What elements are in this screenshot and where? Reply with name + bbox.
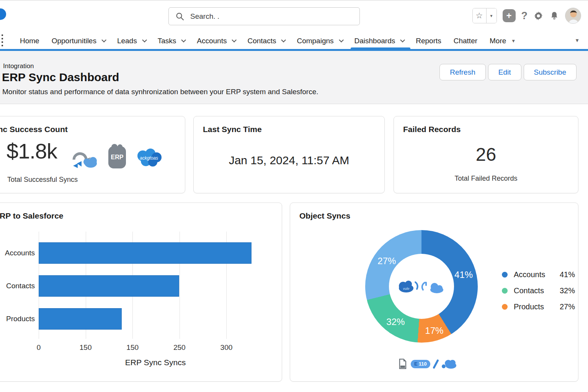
- refresh-button[interactable]: Refresh: [439, 64, 486, 80]
- kpi-card-sync-success: Sync Success Count $1.8k ERP ack: [0, 116, 185, 193]
- global-actions-button[interactable]: +: [503, 9, 516, 22]
- slash-icon: [433, 359, 439, 369]
- nav-tab-reports[interactable]: Reports: [416, 31, 441, 51]
- nav-tab-accounts[interactable]: Accounts: [197, 31, 235, 51]
- page-subtitle: Monitor status and performance of data s…: [2, 88, 318, 96]
- kpi-card-last-sync: Last Sync Time Jan 15, 2024, 11:57 AM: [193, 116, 385, 193]
- card-title: Last Sync Time: [203, 125, 262, 134]
- search-placeholder: Search. .: [190, 12, 219, 21]
- page-title: ERP Sync Dashboard: [2, 71, 119, 84]
- y-category-label: Products: [0, 315, 35, 323]
- bar-chart-plot: [39, 232, 272, 339]
- search-icon: [176, 12, 184, 21]
- kpi-value: $1.8k: [7, 139, 57, 163]
- x-tick-label: 150: [126, 343, 139, 352]
- nav-tab-opportunities[interactable]: Opportunitiles: [52, 31, 105, 51]
- chart-legend: Accounts 41% Contacts 32% Products 27%: [502, 266, 575, 315]
- document-icon: [399, 359, 407, 369]
- favorites-dropdown-icon[interactable]: ▼: [487, 8, 497, 23]
- legend-item-contacts: Contacts 32%: [502, 283, 575, 299]
- badge-110: E 110: [411, 360, 430, 368]
- nav-tab-chatter[interactable]: Chatter: [454, 31, 477, 51]
- donut-segment-label: 27%: [377, 256, 396, 266]
- chevron-down-icon: [339, 38, 344, 42]
- legend-label: Products: [514, 302, 554, 311]
- chevron-down-icon: [400, 38, 405, 42]
- kpi-caption: Total Failed Records: [394, 175, 578, 183]
- nav-overflow-icon[interactable]: ▼: [575, 38, 580, 43]
- legend-dot: [502, 304, 508, 310]
- app-launcher-icon[interactable]: [2, 34, 3, 46]
- donut-segment-label: 32%: [386, 317, 405, 327]
- legend-label: Contacts: [514, 286, 554, 295]
- sync-arrows-cloud-icon: [69, 147, 100, 168]
- triangle-down-icon: ▼: [511, 38, 516, 44]
- nav-tab-tasks[interactable]: Tasks: [158, 31, 185, 51]
- card-title: ERP to Salesforce: [0, 211, 64, 220]
- y-category-label: Contacts: [0, 282, 35, 290]
- star-icon[interactable]: ☆: [473, 8, 487, 23]
- app-logo[interactable]: [0, 8, 6, 20]
- nav-tab-more[interactable]: More▼: [490, 31, 516, 51]
- cloud-sync-icon: vule: [399, 281, 443, 293]
- donut-segment-label: 17%: [425, 325, 443, 336]
- erp-to-salesforce-chart-card: ERP to Salesforce AccountsContactsProduc…: [0, 203, 282, 382]
- small-cloud-icon: [441, 359, 457, 369]
- x-tick-label: 0: [37, 343, 41, 352]
- card-title: Sync Success Count: [0, 125, 68, 134]
- breadcrumb: Intogration: [3, 62, 34, 70]
- nav-tab-campaigns[interactable]: Compaigns: [297, 31, 342, 51]
- bar-contacts[interactable]: [39, 275, 179, 297]
- legend-value: 32%: [554, 286, 575, 295]
- legend-item-accounts: Accounts 41%: [502, 266, 575, 283]
- nav-tab-contacts[interactable]: Contacts: [247, 31, 284, 51]
- kpi-caption: Total Successful Syncs: [7, 176, 78, 184]
- card-title: Object Syncs: [299, 211, 350, 220]
- user-avatar[interactable]: [565, 8, 581, 24]
- salesforce-cloud-icon: ackgtoas: [134, 147, 163, 167]
- help-icon[interactable]: ?: [521, 10, 528, 22]
- card-title: Failed Records: [403, 125, 461, 134]
- erp-sync-dashboard: Search. . ☆ ▼ + ?: [0, 0, 588, 392]
- top-bar: Search. . ☆ ▼ + ?: [0, 0, 588, 31]
- subscribe-button[interactable]: Subscribe: [524, 64, 577, 80]
- x-tick-label: 300: [220, 343, 233, 352]
- bar-products[interactable]: [39, 308, 122, 330]
- chevron-down-icon: [101, 38, 106, 42]
- donut-center-icons: vule: [393, 278, 450, 296]
- chevron-down-icon: [232, 38, 237, 42]
- svg-text:vule: vule: [403, 287, 410, 291]
- legend-dot: [502, 288, 508, 294]
- favorites-split-button[interactable]: ☆ ▼: [472, 8, 497, 23]
- notifications-bell-icon[interactable]: [549, 11, 559, 21]
- legend-label: Accounts: [514, 270, 554, 279]
- failed-count: 26: [394, 144, 578, 165]
- nav-tab-dashboards[interactable]: Daishboards: [354, 31, 404, 51]
- main-navigation: Home Opportunitiles Leads Tasks Accounts…: [0, 31, 588, 51]
- y-category-label: Accounts: [0, 249, 35, 257]
- bar-accounts[interactable]: [39, 242, 252, 264]
- erp-system-icon: ERP: [108, 146, 126, 168]
- last-sync-value: Jan 15, 2024, 11:57 AM: [194, 154, 384, 167]
- donut-footer-icons: E 110: [399, 359, 457, 369]
- setup-gear-icon[interactable]: [533, 11, 544, 21]
- kpi-card-failed-records: Failed Records 26 Total Failed Records: [394, 116, 578, 193]
- object-syncs-chart-card: Object Syncs vule Accounts 41%: [290, 203, 578, 382]
- legend-dot: [502, 272, 508, 278]
- chevron-down-icon: [281, 38, 286, 42]
- search-input[interactable]: Search. .: [168, 7, 360, 25]
- edit-button[interactable]: Edit: [488, 64, 521, 80]
- chevron-down-icon: [142, 38, 147, 42]
- donut-segment-label: 41%: [454, 270, 473, 280]
- legend-item-products: Products 27%: [502, 299, 575, 315]
- svg-text:ackgtoas: ackgtoas: [140, 155, 158, 161]
- nav-tab-home[interactable]: Home: [20, 31, 39, 51]
- nav-tab-leads[interactable]: Leads: [117, 31, 145, 51]
- x-tick-label: 250: [173, 343, 186, 352]
- plus-icon: +: [506, 11, 511, 20]
- x-axis-label: ERP Sync Syncs: [39, 358, 272, 367]
- chevron-down-icon: [181, 38, 186, 42]
- legend-value: 41%: [554, 270, 575, 279]
- legend-value: 27%: [554, 302, 575, 311]
- dashboard-header: Intogration ERP Sync Dashboard Monitor s…: [0, 51, 588, 104]
